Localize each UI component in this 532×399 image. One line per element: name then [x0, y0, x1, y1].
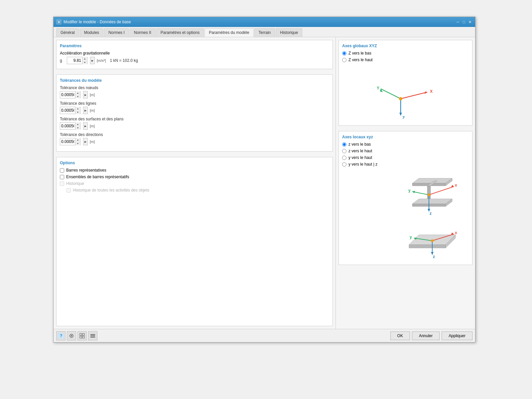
svg-rect-51: [90, 337, 95, 337]
z-up-local-radio[interactable]: [342, 149, 346, 153]
icon-btn-4[interactable]: [88, 331, 97, 340]
restore-button[interactable]: □: [461, 19, 466, 25]
parametres-section: Paramètres Accélération gravitationnelle…: [56, 40, 333, 69]
ensembles-rep-input[interactable]: [60, 175, 64, 179]
tolerance-spinbox-2[interactable]: ▲ ▼: [60, 122, 80, 130]
tolerance-input-row-0: ▲ ▼ ▶ [m]: [60, 91, 329, 98]
tolerance-input-0[interactable]: [60, 91, 75, 98]
y-up-local-option[interactable]: y vers le haut: [342, 155, 469, 160]
tolerance-increment-2[interactable]: ▲: [75, 122, 80, 126]
tolerance-increment-1[interactable]: ▲: [75, 107, 80, 110]
tolerance-arrow-2[interactable]: ▶: [83, 122, 88, 130]
z-up-global-label: Z vers le haut: [348, 58, 373, 62]
historique-checkbox[interactable]: Historique: [60, 181, 329, 186]
tolerance-input-1[interactable]: [60, 107, 75, 114]
tolerance-decrement-3[interactable]: ▼: [75, 142, 80, 145]
ensembles-rep-checkbox[interactable]: Ensembles de barres représentatifs: [60, 175, 329, 179]
z-up-local-option[interactable]: z vers le haut: [342, 149, 469, 153]
window-icon: ✦: [56, 19, 62, 25]
y-up-z-local-radio[interactable]: [342, 162, 346, 167]
g-input[interactable]: [67, 57, 82, 64]
tolerance-decrement-1[interactable]: ▼: [75, 110, 80, 114]
svg-marker-7: [399, 113, 402, 115]
z-down-global-radio[interactable]: [342, 51, 346, 56]
historique-label: Historique: [66, 181, 84, 186]
tab-normes1[interactable]: Normes I: [104, 28, 129, 37]
z-up-global-option[interactable]: Z vers le haut: [342, 58, 469, 62]
tolerances-title: Tolérances du modèle: [60, 78, 329, 83]
svg-rect-50: [90, 335, 95, 336]
tolerance-arrow-1[interactable]: ▶: [83, 107, 88, 114]
minimize-button[interactable]: ─: [455, 19, 461, 25]
g-unit: [m/s²]: [97, 59, 106, 63]
tolerance-unit-3: [m]: [90, 140, 95, 144]
bottom-buttons: OK Annuler Appliquer: [390, 332, 472, 340]
z-down-global-option[interactable]: Z vers le bas: [342, 51, 469, 56]
tab-terrain[interactable]: Terrain: [254, 28, 275, 37]
tolerance-label-2: Tolérance des surfaces et des plans: [60, 117, 329, 121]
options-section: Options Barres représentatives Ensembles…: [56, 157, 333, 326]
title-bar: ✦ Modifier le modèle - Données de base ─…: [54, 17, 475, 27]
tolerance-spinbox-0[interactable]: ▲ ▼: [60, 91, 80, 98]
tolerance-label-3: Tolérance des directions: [60, 132, 329, 137]
z-down-local-label: z vers le bas: [348, 142, 371, 147]
tolerance-decrement-2[interactable]: ▼: [75, 126, 80, 130]
cancel-button[interactable]: Annuler: [412, 332, 440, 340]
g-decrement[interactable]: ▼: [82, 61, 87, 64]
beam-axes-svg: x y z: [399, 170, 466, 220]
historique-all-checkbox[interactable]: Historique de toutes les activités des o…: [66, 188, 329, 193]
svg-text:Z: Z: [402, 116, 405, 119]
tolerance-label-0: Tolérance des nœuds: [60, 85, 329, 90]
tolerance-unit-0: [m]: [90, 93, 95, 97]
barres-rep-input[interactable]: [60, 168, 64, 173]
y-up-z-local-label: y vers le haut | z: [348, 162, 377, 167]
tolerance-decrement-0[interactable]: ▼: [75, 95, 80, 98]
tolerance-row-1: Tolérance des lignes ▲ ▼ ▶ [m]: [60, 101, 329, 114]
apply-button[interactable]: Appliquer: [442, 332, 472, 340]
close-button[interactable]: ✕: [467, 19, 472, 25]
tab-general[interactable]: Général: [56, 28, 79, 37]
icon-btn-3[interactable]: [77, 331, 87, 340]
tab-normes2[interactable]: Normes II: [130, 28, 156, 37]
content-area: Paramètres Accélération gravitationnelle…: [54, 37, 475, 329]
tab-historique[interactable]: Historique: [276, 28, 302, 37]
g-spinbox[interactable]: ▲ ▼: [67, 57, 87, 64]
y-up-local-radio[interactable]: [342, 156, 346, 160]
axes-global-svg: X Y Z: [376, 66, 436, 119]
z-down-global-label: Z vers le bas: [348, 51, 371, 56]
acceleration-input-row: g ▲ ▼ ▶ [m/s²] 1 kN = 102.0 kg: [60, 57, 329, 64]
tab-bar: Général Modules Normes I Normes II Param…: [54, 27, 475, 37]
tolerance-spinbox-3[interactable]: ▲ ▼: [60, 138, 80, 145]
tab-params-modele[interactable]: Paramètres du modèle: [204, 28, 253, 37]
icon-btn-1[interactable]: ?: [56, 331, 66, 340]
z-up-global-radio[interactable]: [342, 58, 346, 62]
axes-locaux-radio-group: z vers le bas z vers le haut y vers le h…: [342, 142, 469, 167]
svg-rect-48: [82, 336, 84, 338]
axes-globaux-section: Axes globaux XYZ Z vers le bas Z vers le…: [338, 40, 472, 126]
tolerance-input-3[interactable]: [60, 138, 75, 145]
axes-locaux-section: Axes locaux xyz z vers le bas z vers le …: [338, 131, 472, 265]
tolerance-input-row-2: ▲ ▼ ▶ [m]: [60, 122, 329, 130]
icon-btn-2[interactable]: [67, 331, 76, 340]
z-down-local-radio[interactable]: [342, 142, 346, 147]
svg-rect-46: [82, 333, 84, 335]
svg-rect-47: [80, 336, 82, 338]
axes-globaux-title: Axes globaux XYZ: [342, 44, 469, 48]
z-down-local-option[interactable]: z vers le bas: [342, 142, 469, 147]
ok-button[interactable]: OK: [390, 332, 410, 340]
acceleration-label-row: Accélération gravitationnelle: [60, 51, 329, 56]
tolerance-input-2[interactable]: [60, 123, 75, 129]
tab-modules[interactable]: Modules: [80, 28, 103, 37]
tolerance-spinbox-1[interactable]: ▲ ▼: [60, 107, 80, 114]
g-spinbox-arrows: ▲ ▼: [82, 57, 87, 64]
y-up-z-local-option[interactable]: y vers le haut | z: [342, 162, 469, 167]
tolerance-increment-3[interactable]: ▲: [75, 138, 80, 142]
tolerances-section: Tolérances du modèle Tolérance des nœuds…: [56, 74, 333, 152]
tolerance-increment-0[interactable]: ▲: [75, 91, 80, 95]
tolerance-arrow-0[interactable]: ▶: [83, 91, 88, 98]
barres-rep-checkbox[interactable]: Barres représentatives: [60, 168, 329, 173]
tolerance-arrow-3[interactable]: ▶: [83, 138, 88, 145]
g-arrow-right[interactable]: ▶: [90, 57, 95, 64]
g-increment[interactable]: ▲: [82, 57, 87, 61]
tab-params-options[interactable]: Paramètres et options: [156, 28, 204, 37]
